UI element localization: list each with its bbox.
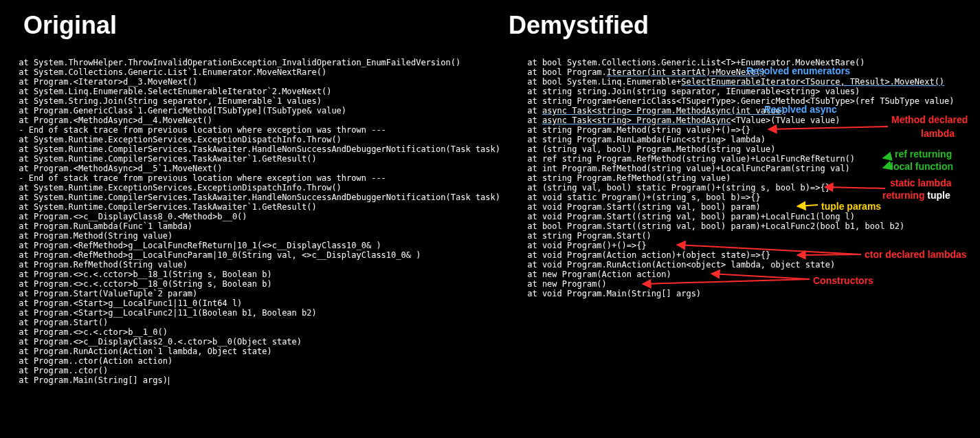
original-line: at Program.Method(String value): [14, 231, 500, 241]
original-line: at System.Runtime.CompilerServices.TaskA…: [14, 154, 500, 164]
original-line: at Program.<MethodAsync>d__4.MoveNext(): [14, 116, 500, 125]
demystified-line: at string Program.Method(string value)+(…: [522, 125, 980, 135]
original-line: at System.Runtime.ExceptionServices.Exce…: [14, 135, 500, 144]
demystified-line: at string Program+GenericClass<TSuperTyp…: [522, 96, 980, 106]
original-line: at System.Runtime.CompilerServices.TaskA…: [14, 202, 500, 212]
annotation-method-declared: Method declared: [891, 114, 968, 125]
annotation-local-function: local function: [891, 161, 953, 172]
demystified-line: at string string.Join(string separator, …: [522, 87, 980, 96]
annotation-tuple-params: tuple params: [821, 201, 881, 212]
annotation-resolved-enumerators: Resolved enumerators: [746, 65, 850, 76]
annotation-constructors: Constructors: [813, 275, 873, 286]
original-line: at Program.<RefMethod>g__LocalFuncRefRet…: [14, 241, 500, 250]
demystified-line: at new Program(Action action): [522, 270, 980, 279]
original-line: at Program.Main(String[] args): [14, 375, 500, 385]
original-line: at Program.<MethodAsync>d__5`1.MoveNext(…: [14, 164, 500, 173]
original-line: at System.Runtime.ExceptionServices.Exce…: [14, 183, 500, 193]
original-line: at System.Runtime.CompilerServices.TaskA…: [14, 193, 500, 202]
original-line: at Program.<>c.<.cctor>b__18_0(String s,…: [14, 279, 500, 289]
annotation-static-lambda: static lambda: [890, 177, 951, 188]
original-line: at Program.<Iterator>d__3.MoveNext(): [14, 77, 500, 87]
original-line: at Program.<>c__DisplayClass8_0.<Method>…: [14, 212, 500, 221]
heading-original: Original: [23, 11, 117, 40]
original-line: at Program.<Start>g__LocalFunc2|11_1(Boo…: [14, 308, 500, 318]
original-line: at System.Runtime.CompilerServices.TaskA…: [14, 144, 500, 154]
original-line: at System.Linq.Enumerable.SelectEnumerab…: [14, 87, 500, 96]
annotation-lambda: lambda: [921, 128, 955, 139]
original-stack-trace: at System.ThrowHelper.ThrowInvalidOperat…: [14, 58, 500, 385]
original-line: at Program.<RefMethod>g__LocalFuncParam|…: [14, 250, 500, 260]
original-line: at System.String.Join(String separator, …: [14, 96, 500, 106]
demystified-line: at bool System.Linq.Enumerable+SelectEnu…: [522, 77, 980, 87]
demystified-line: at void Program.Start((string val, bool)…: [522, 212, 980, 221]
original-line: at Program.Start(ValueTuple`2 param): [14, 289, 500, 298]
annotation-returning-tuple: returning tuple: [882, 190, 950, 201]
original-line: at Program.<>c.<.cctor>b__18_1(String s,…: [14, 270, 500, 279]
original-line: at Program.RefMethod(String value): [14, 260, 500, 270]
original-line: at Program..ctor(): [14, 366, 500, 375]
heading-demystified: Demystified: [509, 11, 649, 40]
original-line: at Program.<Start>g__LocalFunc1|11_0(Int…: [14, 298, 500, 308]
demystified-line: at bool Program.Start((string val, bool)…: [522, 221, 980, 231]
original-line: at Program.<>c__DisplayClass2_0.<.ctor>b…: [14, 337, 500, 347]
annotation-ctor-declared-lambdas: ctor declared lambdas: [865, 249, 967, 260]
demystified-line: at string Program.RunLambda(Func<string>…: [522, 135, 980, 144]
demystified-line: at void Program.RunAction(Action<object>…: [522, 260, 980, 270]
original-line: at Program.RunLambda(Func`1 lambda): [14, 221, 500, 231]
annotation-ref-returning: ref returning: [895, 149, 952, 160]
original-line: at System.Collections.Generic.List`1.Enu…: [14, 67, 500, 77]
original-line: at Program.GenericClass`1.GenericMethod[…: [14, 106, 500, 116]
demystified-line: at new Program(): [522, 279, 980, 289]
original-line: - End of stack trace from previous locat…: [14, 125, 500, 135]
demystified-line: at string Program.Start(): [522, 231, 980, 241]
original-line: at Program..ctor(Action action): [14, 356, 500, 366]
original-line: at Program.<>c.<.ctor>b__1_0(): [14, 327, 500, 337]
original-line: - End of stack trace from previous locat…: [14, 173, 500, 183]
annotation-resolved-async: Resolved async: [764, 104, 837, 115]
demystified-line: at void Program.Start((string val, bool)…: [522, 202, 980, 212]
demystified-line: at void Program.Main(String[] args): [522, 289, 980, 298]
original-line: at System.ThrowHelper.ThrowInvalidOperat…: [14, 58, 500, 67]
original-line: at Program.RunAction(Action`1 lambda, Ob…: [14, 347, 500, 356]
original-line: at Program.Start(): [14, 318, 500, 327]
